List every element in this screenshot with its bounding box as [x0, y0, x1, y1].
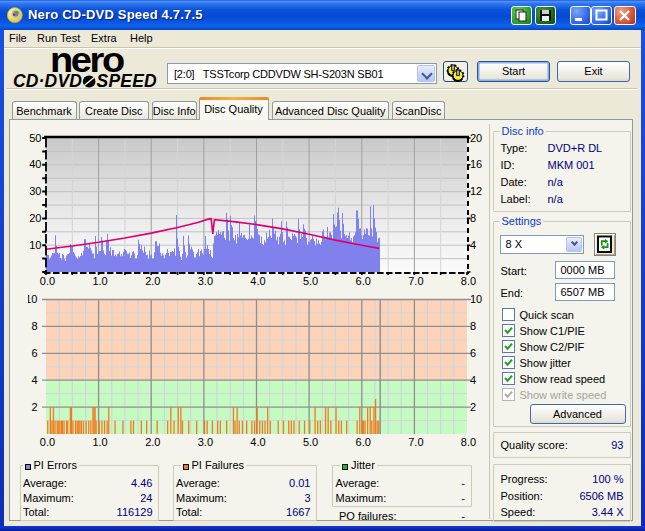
svg-text:8: 8 [470, 212, 476, 224]
svg-text:2.0: 2.0 [145, 436, 160, 448]
svg-text:7.0: 7.0 [408, 436, 423, 448]
svg-text:8.0: 8.0 [461, 275, 476, 287]
svg-text:8: 8 [470, 320, 476, 332]
svg-text:40: 40 [29, 158, 41, 170]
svg-text:4: 4 [31, 374, 37, 386]
svg-text:4.0: 4.0 [250, 436, 265, 448]
svg-text:0.0: 0.0 [40, 436, 55, 448]
svg-text:5.0: 5.0 [303, 275, 318, 287]
svg-text:20: 20 [29, 212, 41, 224]
svg-text:10: 10 [470, 293, 482, 305]
svg-text:50: 50 [29, 132, 41, 144]
svg-text:0.0: 0.0 [40, 275, 55, 287]
svg-text:8: 8 [31, 320, 37, 332]
svg-text:16: 16 [470, 158, 482, 170]
svg-text:4.0: 4.0 [250, 275, 265, 287]
svg-text:2.0: 2.0 [145, 275, 160, 287]
svg-text:6: 6 [470, 347, 476, 359]
svg-text:30: 30 [29, 185, 41, 197]
svg-text:2: 2 [31, 401, 37, 413]
svg-text:12: 12 [470, 185, 482, 197]
svg-text:4: 4 [470, 239, 476, 251]
svg-text:3.0: 3.0 [198, 436, 213, 448]
svg-text:7.0: 7.0 [408, 275, 423, 287]
svg-text:1.0: 1.0 [92, 275, 107, 287]
svg-text:8.0: 8.0 [461, 436, 476, 448]
svg-text:20: 20 [470, 132, 482, 144]
svg-text:4: 4 [470, 374, 476, 386]
svg-text:10: 10 [28, 293, 38, 305]
svg-text:10: 10 [29, 239, 41, 251]
svg-text:5.0: 5.0 [303, 436, 318, 448]
svg-text:2: 2 [470, 401, 476, 413]
svg-text:6.0: 6.0 [356, 275, 371, 287]
svg-text:6: 6 [31, 347, 37, 359]
svg-text:3.0: 3.0 [198, 275, 213, 287]
svg-text:6.0: 6.0 [356, 436, 371, 448]
svg-text:1.0: 1.0 [92, 436, 107, 448]
